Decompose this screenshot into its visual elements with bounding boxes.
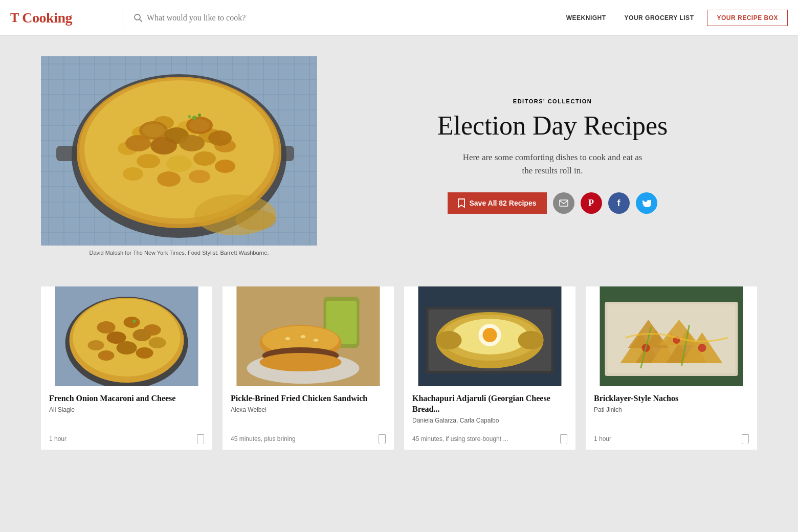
cooking-logo[interactable]: Cooking	[22, 10, 72, 26]
hero-actions: Save All 82 Recipes P f	[448, 192, 657, 214]
hero-image-wrapper: David Malosh for The New York Times. Foo…	[41, 56, 317, 256]
svg-point-39	[235, 210, 276, 230]
recipe-time: 45 minutes, plus brining	[231, 435, 296, 442]
recipe-food-svg	[586, 286, 757, 386]
hero-image	[41, 56, 317, 246]
svg-rect-40	[560, 200, 568, 206]
nav-weeknight[interactable]: WEEKNIGHT	[557, 14, 615, 21]
nyt-t-logo[interactable]: T	[10, 11, 19, 25]
recipe-card-footer: 45 minutes, plus brining	[231, 430, 386, 444]
svg-point-64	[260, 353, 342, 371]
svg-point-54	[136, 347, 153, 359]
svg-point-44	[73, 299, 181, 376]
recipe-grid: French Onion Macaroni and Cheese Ali Sla…	[41, 286, 757, 450]
svg-point-49	[133, 329, 151, 341]
facebook-icon: f	[617, 198, 620, 209]
hero-description: Here are some comforting dishes to cook …	[460, 151, 645, 177]
svg-point-37	[188, 115, 191, 118]
header-nav: WEEKNIGHT YOUR GROCERY LIST YOUR RECIPE …	[557, 10, 788, 26]
recipe-author: Pati Jinich	[594, 406, 749, 413]
recipe-bookmark-button[interactable]	[379, 434, 386, 444]
image-caption: David Malosh for The New York Times. Foo…	[41, 250, 317, 256]
svg-point-33	[150, 137, 177, 154]
svg-point-66	[301, 335, 306, 338]
recipe-grid-section: French Onion Macaroni and Cheese Ali Sla…	[0, 276, 798, 470]
svg-point-25	[215, 160, 235, 173]
recipe-title: Pickle-Brined Fried Chicken Sandwich	[231, 393, 386, 404]
recipe-author: Alexa Weibel	[231, 406, 386, 413]
recipe-food-svg	[223, 286, 394, 386]
svg-point-75	[483, 328, 497, 342]
save-all-recipes-button[interactable]: Save All 82 Recipes	[448, 192, 546, 214]
svg-point-45	[97, 321, 116, 334]
svg-point-31	[125, 135, 151, 151]
header-divider	[123, 8, 123, 28]
recipe-time: 1 hour	[594, 435, 611, 442]
logo-area: T Cooking	[10, 10, 113, 26]
hero-image-inner	[41, 56, 317, 246]
nav-recipe-box[interactable]: YOUR RECIPE BOX	[707, 10, 788, 26]
recipe-card-image	[404, 286, 575, 386]
recipe-bookmark-button[interactable]	[197, 434, 204, 444]
svg-point-24	[189, 170, 210, 183]
recipe-title: Khachapuri Adjaruli (Georgian Cheese Bre…	[412, 393, 567, 415]
hero-content: EDITORS' COLLECTION Election Day Recipes…	[348, 98, 757, 214]
recipe-bookmark-button[interactable]	[560, 434, 567, 444]
hero-section: David Malosh for The New York Times. Foo…	[0, 36, 798, 276]
share-facebook-button[interactable]: f	[608, 192, 630, 214]
recipe-card-footer: 45 minutes, if using store-bought ...	[412, 430, 567, 444]
svg-point-67	[314, 339, 319, 342]
recipe-card-3[interactable]: Khachapuri Adjaruli (Georgian Cheese Bre…	[404, 286, 575, 450]
recipe-bookmark-button[interactable]	[742, 434, 749, 444]
recipe-card-image	[586, 286, 757, 386]
share-twitter-button[interactable]	[636, 192, 657, 214]
svg-point-29	[189, 119, 210, 131]
svg-point-76	[436, 331, 462, 349]
svg-point-50	[88, 340, 104, 350]
bookmark-icon	[458, 198, 465, 208]
share-email-button[interactable]	[553, 192, 574, 214]
recipe-card-image	[223, 286, 394, 386]
recipe-time: 45 minutes, if using store-bought ...	[412, 435, 508, 442]
svg-point-19	[137, 154, 160, 168]
svg-point-53	[98, 350, 115, 361]
recipe-card-1[interactable]: French Onion Macaroni and Cheese Ali Sla…	[41, 286, 212, 450]
nav-grocery-list[interactable]: YOUR GROCERY LIST	[615, 14, 703, 21]
svg-point-32	[208, 130, 232, 146]
site-header: T Cooking WEEKNIGHT YOUR GROCERY LIST YO…	[0, 0, 798, 36]
recipe-title: French Onion Macaroni and Cheese	[49, 393, 204, 404]
svg-line-1	[140, 19, 142, 21]
recipe-card-footer: 1 hour	[594, 430, 749, 444]
svg-point-55	[133, 320, 136, 323]
svg-point-65	[285, 337, 291, 340]
recipe-card-body: French Onion Macaroni and Cheese Ali Sla…	[41, 386, 212, 450]
editors-collection-label: EDITORS' COLLECTION	[513, 98, 592, 104]
hero-food-svg	[41, 56, 317, 246]
search-input[interactable]	[147, 13, 557, 23]
recipe-card-body: Bricklayer-Style Nachos Pati Jinich 1 ho…	[586, 386, 757, 450]
svg-point-51	[149, 337, 166, 348]
pinterest-icon: P	[588, 198, 594, 209]
search-area	[134, 13, 557, 23]
search-icon	[134, 13, 143, 23]
recipe-card-4[interactable]: Bricklayer-Style Nachos Pati Jinich 1 ho…	[586, 286, 757, 450]
svg-point-22	[123, 167, 143, 181]
svg-point-77	[518, 331, 544, 349]
recipe-food-svg	[404, 286, 575, 386]
svg-point-27	[142, 124, 165, 137]
recipe-card-body: Khachapuri Adjaruli (Georgian Cheese Bre…	[404, 386, 575, 450]
share-pinterest-button[interactable]: P	[581, 192, 602, 214]
hero-title: Election Day Recipes	[437, 110, 668, 141]
recipe-card-footer: 1 hour	[49, 430, 204, 444]
recipe-card-image	[41, 286, 212, 386]
twitter-icon	[642, 199, 651, 207]
email-icon	[559, 199, 568, 207]
recipe-card-2[interactable]: Pickle-Brined Fried Chicken Sandwich Ale…	[223, 286, 394, 450]
svg-point-52	[117, 341, 137, 354]
recipe-title: Bricklayer-Style Nachos	[594, 393, 749, 404]
svg-point-36	[198, 114, 201, 117]
recipe-author: Ali Slagle	[49, 406, 204, 413]
svg-point-34	[179, 135, 205, 151]
svg-point-21	[193, 151, 216, 166]
svg-point-90	[698, 344, 706, 352]
